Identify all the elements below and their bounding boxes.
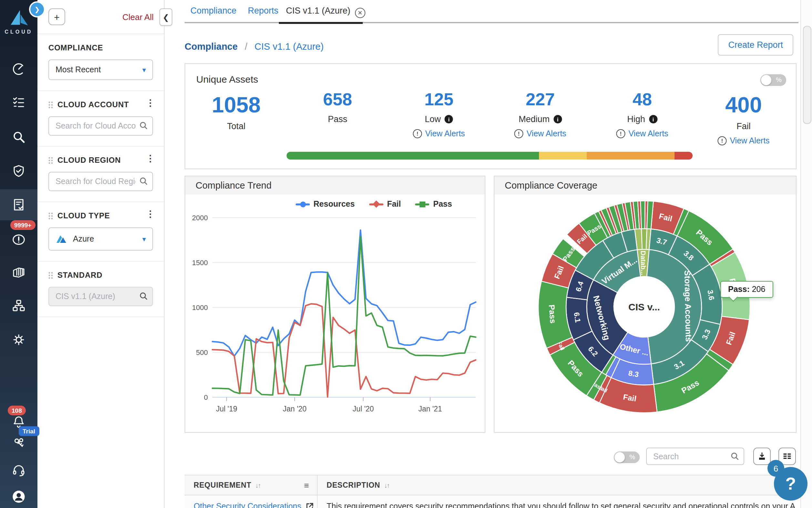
breadcrumb-current[interactable]: CIS v1.1 (Azure) <box>255 41 324 52</box>
chevron-left-icon: ❮ <box>163 12 169 22</box>
filter-panel-header: + Clear All <box>38 0 164 34</box>
sunburst-chart[interactable]: Datab...Storage AccountsOther ...Network… <box>509 171 780 442</box>
sidebar-expand-button[interactable]: ❯ <box>29 1 45 17</box>
tab-reports[interactable]: Reports <box>248 6 279 15</box>
unique-assets-title: Unique Assets <box>196 74 258 85</box>
stat-value: 48 <box>616 91 668 109</box>
scrollbar-thumb[interactable] <box>803 26 811 124</box>
cloud-account-search-input[interactable] <box>48 116 153 136</box>
compliance-sort-value: Most Recent <box>55 65 101 74</box>
table-search-input[interactable] <box>646 448 744 465</box>
sidebar-item-compliance[interactable] <box>0 189 38 220</box>
table-row: Other Security Considerations This requi… <box>185 496 795 508</box>
trend-chart[interactable]: 0500100015002000Jul '19Jan '20Jul '20Jan… <box>189 210 481 424</box>
sidebar-item-support[interactable] <box>0 455 38 485</box>
brand-logo-text: CLOUD <box>0 29 38 35</box>
sort-icon[interactable]: ↓↑ <box>384 481 389 489</box>
info-icon[interactable]: i <box>649 115 657 123</box>
legend-item-fail[interactable]: Fail <box>369 200 401 209</box>
sidebar-item-containers[interactable] <box>0 258 38 287</box>
compliance-sort-select[interactable]: Most Recent ▾ <box>48 59 153 80</box>
sidebar-item-dashboard[interactable] <box>0 54 38 84</box>
info-icon[interactable]: i <box>554 115 562 123</box>
filter-section-title: CLOUD TYPE <box>57 211 110 220</box>
sort-icon[interactable]: ↓↑ <box>255 481 260 489</box>
download-button[interactable] <box>753 448 771 465</box>
filter-panel: + Clear All COMPLIANCE Most Recent ▾ CLO… <box>38 0 164 508</box>
filter-section-title: COMPLIANCE <box>48 43 103 52</box>
percent-toggle[interactable]: % <box>760 74 786 86</box>
keys-icon <box>11 435 27 451</box>
stat-label: Low <box>425 114 441 124</box>
sidebar-item-inventory[interactable] <box>0 87 38 117</box>
percent-label: % <box>629 454 635 461</box>
create-report-button[interactable]: Create Report <box>718 34 793 55</box>
filter-section-title: CLOUD REGION <box>57 156 121 165</box>
collapse-filter-panel-button[interactable]: ❮ <box>159 8 172 26</box>
column-header-description[interactable]: DESCRIPTION ↓↑ <box>317 475 795 495</box>
sidebar-item-profile[interactable] <box>0 482 38 508</box>
drag-handle-icon[interactable] <box>48 101 53 108</box>
sidebar-item-settings[interactable] <box>0 325 38 354</box>
info-icon[interactable]: i <box>445 115 453 123</box>
drag-handle-icon[interactable] <box>48 271 53 279</box>
tab-compliance[interactable]: Compliance <box>190 6 237 15</box>
external-link-icon[interactable] <box>306 502 314 508</box>
compliance-coverage-card: Compliance Coverage Datab...Storage Acco… <box>494 176 797 433</box>
cloud-type-select[interactable]: Azure ▾ <box>48 227 153 251</box>
breadcrumb-row: Compliance / CIS v1.1 (Azure) Create Rep… <box>185 34 793 59</box>
legend-item-pass[interactable]: Pass <box>415 200 452 209</box>
sunburst-segment[interactable] <box>640 201 645 229</box>
help-button[interactable]: ? <box>774 467 808 501</box>
avatar-icon <box>10 488 27 505</box>
stat-label: High <box>627 114 645 124</box>
table-controls: % <box>164 448 812 467</box>
view-alerts-link[interactable]: !View Alerts <box>717 136 769 145</box>
filter-section-cloud-account: CLOUD ACCOUNT ⋮ <box>38 91 164 146</box>
close-tab-icon[interactable]: ✕ <box>355 8 365 18</box>
sidebar-item-network[interactable] <box>0 291 38 321</box>
stat-pass: 658 Pass <box>323 91 352 124</box>
add-filter-button[interactable]: + <box>48 8 65 25</box>
requirements-table: REQUIREMENT ↓↑ ≡ DESCRIPTION ↓↑ Other Se… <box>185 475 795 508</box>
column-menu-icon[interactable]: ≡ <box>304 480 309 490</box>
drag-handle-icon[interactable] <box>48 157 53 164</box>
assets-bar <box>287 152 692 160</box>
kebab-menu-icon[interactable]: ⋮ <box>146 209 155 219</box>
table-percent-toggle[interactable]: % <box>614 452 640 463</box>
drag-handle-icon[interactable] <box>48 212 53 219</box>
scrollbar-track[interactable] <box>800 0 812 508</box>
svg-text:2000: 2000 <box>192 214 208 222</box>
view-alerts-link[interactable]: !View Alerts <box>616 129 668 138</box>
app-window: CLOUD ❯ 9999+ <box>0 0 812 508</box>
view-alerts-link[interactable]: !View Alerts <box>413 129 465 138</box>
svg-text:1000: 1000 <box>192 304 208 312</box>
breadcrumb-compliance-link[interactable]: Compliance <box>185 41 238 52</box>
sidebar-item-search[interactable] <box>0 122 38 152</box>
view-alerts-link[interactable]: !View Alerts <box>514 129 566 138</box>
sunburst-label: 3.6 <box>706 289 716 301</box>
kebab-menu-icon[interactable]: ⋮ <box>146 97 155 108</box>
requirement-link[interactable]: Other Security Considerations <box>194 502 301 508</box>
trend-legend[interactable]: ResourcesFailPass <box>185 200 485 209</box>
legend-item-resources[interactable]: Resources <box>295 200 355 209</box>
notifications-count-badge: 108 <box>8 406 26 415</box>
kebab-menu-icon[interactable]: ⋮ <box>146 153 155 163</box>
toggle-knob <box>761 75 771 85</box>
assets-bar-segment-high <box>674 152 692 160</box>
column-header-requirement[interactable]: REQUIREMENT ↓↑ ≡ <box>185 481 317 489</box>
stat-fail: 400 Fail !View Alerts <box>717 94 769 145</box>
sunburst-label: 8.3 <box>628 369 639 379</box>
azure-logo-icon <box>55 235 67 244</box>
tab-cis-v11-azure[interactable]: CIS v1.1 (Azure)✕ <box>286 6 365 18</box>
clear-all-filters-link[interactable]: Clear All <box>122 12 154 22</box>
alerts-count-badge: 9999+ <box>10 220 35 230</box>
stat-value: 125 <box>413 91 465 109</box>
sidebar-item-policies[interactable] <box>0 156 38 186</box>
alert-icon <box>11 232 27 247</box>
chevron-down-icon: ▾ <box>142 235 146 243</box>
standard-search-input[interactable] <box>48 287 153 306</box>
filter-section-title: STANDARD <box>57 271 102 280</box>
columns-icon <box>783 452 791 461</box>
cloud-region-search-input[interactable] <box>48 172 153 191</box>
